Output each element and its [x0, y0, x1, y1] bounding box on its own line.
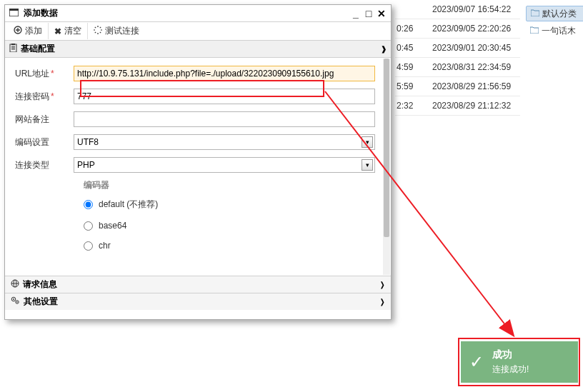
svg-rect-12	[11, 44, 15, 45]
radio-label: default (不推荐)	[99, 198, 158, 211]
cell: 5:59	[395, 81, 425, 91]
cell: 0:26	[395, 24, 425, 34]
svg-line-10	[100, 27, 101, 28]
cell: 2023/09/01 20:30:45	[425, 43, 511, 53]
loading-icon	[94, 26, 102, 36]
svg-point-18	[16, 301, 18, 303]
sidebar-item-label: 默认分类	[542, 8, 577, 20]
radio-label: chr	[99, 241, 111, 251]
add-data-dialog: 添加数据 _ □ ✕ 添加 ✖ 清空 测试连接 基础配	[4, 4, 392, 320]
radio-input[interactable]	[84, 241, 93, 251]
dialog-toolbar: 添加 ✖ 清空 测试连接	[5, 22, 391, 41]
bg-table: 2023/09/07 16:54:22 0:26 2023/09/05 22:2…	[395, 0, 520, 116]
section-title: 其他设置	[24, 296, 58, 308]
sidebar-item-label: 一句话木	[542, 25, 576, 37]
radio-label: base64	[99, 221, 126, 231]
folder-icon	[530, 26, 539, 36]
sidebar-item-default[interactable]: 默认分类	[526, 6, 583, 21]
button-label: 清空	[64, 25, 81, 37]
cell: 2023/09/05 22:20:26	[425, 24, 511, 34]
note-input[interactable]	[74, 111, 375, 127]
close-button[interactable]: ✕	[377, 9, 387, 19]
request-info-header[interactable]: 请求信息 ❭	[5, 276, 391, 293]
url-label: URL地址*	[15, 68, 74, 80]
success-toast: ✓ 成功 连接成功!	[461, 341, 578, 383]
basic-config-header[interactable]: 基础配置 ❱	[5, 41, 391, 58]
cell: 4:59	[395, 62, 425, 72]
chevron-down-icon: ▾	[362, 159, 373, 171]
note-label: 网站备注	[15, 114, 74, 126]
sidebar-item-other[interactable]: 一句话木	[526, 23, 583, 39]
toast-title: 成功	[492, 348, 529, 361]
cell: 2023/08/29 21:12:32	[425, 101, 511, 111]
radio-input[interactable]	[84, 221, 93, 231]
select-value: PHP	[77, 160, 95, 170]
maximize-button[interactable]: □	[364, 9, 374, 19]
sidebar: 默认分类 一句话木	[526, 6, 583, 40]
clipboard-icon	[9, 44, 17, 54]
minimize-button[interactable]: _	[351, 9, 361, 19]
section-title: 基础配置	[21, 43, 55, 55]
titlebar[interactable]: 添加数据 _ □ ✕	[5, 5, 391, 22]
table-row[interactable]: 0:26 2023/09/05 22:20:26	[395, 19, 520, 39]
test-connection-button[interactable]: 测试连接	[88, 23, 145, 39]
chevron-up-icon: ❭	[379, 298, 385, 306]
password-input[interactable]	[74, 89, 375, 104]
encoder-radio-default[interactable]: default (不推荐)	[84, 198, 384, 211]
chevron-up-icon: ❭	[379, 281, 385, 288]
section-title: 请求信息	[23, 278, 57, 291]
encoder-title: 编码器	[84, 179, 384, 191]
chevron-down-icon: ❱	[381, 45, 387, 53]
table-row[interactable]: 2:32 2023/08/29 21:12:32	[395, 96, 520, 116]
table-row[interactable]: 5:59 2023/08/29 21:56:59	[395, 77, 520, 96]
table-row[interactable]: 4:59 2023/08/31 22:34:59	[395, 58, 520, 77]
check-icon: ✓	[469, 352, 484, 372]
scrollbar[interactable]	[383, 59, 390, 275]
gears-icon	[11, 296, 20, 307]
cell: 0:45	[395, 43, 425, 53]
scroll-thumb[interactable]	[384, 59, 389, 237]
plus-circle-icon	[14, 26, 22, 36]
encoder-radio-base64[interactable]: base64	[84, 221, 384, 231]
encoding-label: 编码设置	[15, 136, 74, 149]
form-body: URL地址* 连接密码* 网站备注 编码设置 UTF8 ▾ 连接类型 PHP ▾	[5, 58, 391, 276]
clear-button[interactable]: ✖ 清空	[49, 23, 88, 39]
toast-message: 连接成功!	[492, 363, 529, 376]
add-button[interactable]: 添加	[8, 23, 49, 39]
cell: 2023/08/29 21:56:59	[425, 81, 511, 91]
svg-line-9	[95, 32, 96, 33]
encoder-section: 编码器 default (不推荐) base64 chr	[15, 179, 384, 251]
conntype-label: 连接类型	[15, 159, 74, 171]
svg-point-16	[13, 298, 14, 300]
cell: 2:32	[395, 101, 425, 111]
button-label: 测试连接	[105, 25, 139, 37]
button-label: 添加	[25, 25, 42, 37]
password-label: 连接密码*	[15, 91, 74, 103]
url-input[interactable]	[74, 66, 375, 81]
svg-line-8	[100, 32, 101, 33]
encoder-radio-chr[interactable]: chr	[84, 241, 384, 251]
cell: 2023/08/31 22:34:59	[425, 62, 511, 72]
svg-rect-1	[9, 9, 19, 11]
other-settings-header[interactable]: 其他设置 ❭	[5, 293, 391, 310]
x-icon: ✖	[54, 26, 61, 36]
chevron-down-icon: ▾	[362, 136, 373, 148]
encoding-select[interactable]: UTF8 ▾	[74, 134, 375, 150]
table-row[interactable]: 0:45 2023/09/01 20:30:45	[395, 39, 520, 58]
window-icon	[9, 9, 19, 19]
conntype-select[interactable]: PHP ▾	[74, 157, 375, 173]
dialog-title: 添加数据	[24, 7, 351, 19]
svg-line-7	[95, 27, 96, 28]
globe-icon	[11, 279, 19, 290]
folder-icon	[531, 9, 539, 19]
table-row[interactable]: 2023/09/07 16:54:22	[395, 0, 520, 19]
cell: 2023/09/07 16:54:22	[425, 4, 511, 14]
select-value: UTF8	[77, 137, 99, 147]
radio-input[interactable]	[84, 200, 93, 209]
